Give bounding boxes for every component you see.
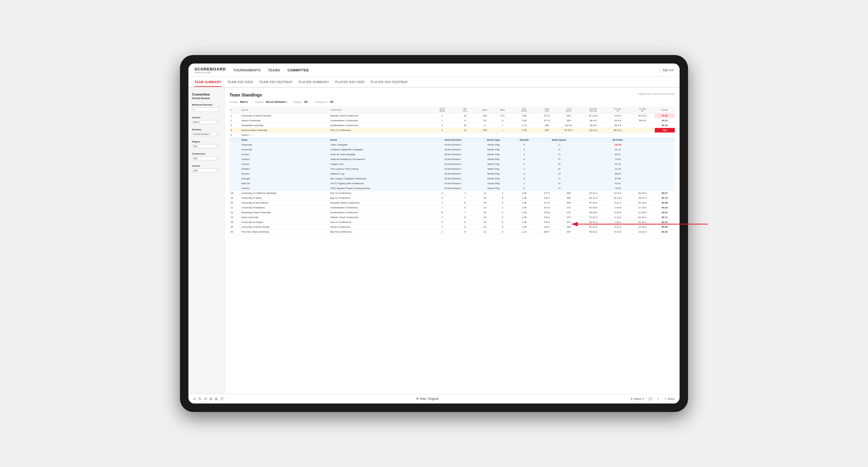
sidebar-region-wrapper[interactable]: N/A ▾ (192, 144, 219, 148)
dropdown-icon: ▾ (642, 398, 644, 401)
table-row: 18 University of California, Berkeley Pa… (229, 191, 675, 196)
sidebar-title: Committee (192, 93, 221, 96)
expanded-row: Univers Copper Cup NCAA Division I Match… (229, 162, 675, 167)
sidebar-label-region: Region (192, 141, 221, 143)
cell-conf: Atlantic Coast Conference (329, 114, 430, 118)
cell-avg: 272.0 (537, 114, 557, 118)
col-wins: Wins (494, 106, 511, 114)
undo-icon[interactable]: ↩ (193, 397, 196, 401)
sidebar-label-school: School (192, 164, 221, 167)
standings-title: Team Standings (229, 93, 262, 97)
filter-gender: Gender: Men's (229, 100, 248, 103)
app-logo: SCOREBOARD (194, 67, 226, 71)
refresh-icon[interactable]: ⟳ (204, 397, 207, 401)
col-bnds: Bnds (476, 106, 494, 114)
subnav-team-h2h-heatmap[interactable]: TEAM H2H HEATMAP (259, 78, 293, 87)
toolbar-right: 👁 Watch ▾ 💬 ⤢ ⇪ Share (630, 398, 675, 401)
cell-vs25: 13-9-0 (606, 114, 630, 118)
cell-points[interactable]: 97.02 (655, 114, 675, 118)
table-row: 21 University of Alabama Southeastern Co… (229, 206, 675, 210)
sidebar-rounds-wrapper (192, 107, 219, 112)
sidebar-label-division: Division (192, 128, 221, 131)
subnav-player-h2h-grid[interactable]: PLAYER H2H GRID (335, 78, 365, 87)
sidebar-rounds-input[interactable] (192, 107, 219, 112)
table-row: 1 University of North Carolina Atlantic … (229, 114, 675, 118)
filters-row: Gender: Men's Division: NCAA Division I … (229, 100, 675, 103)
view-icon: 👁 (416, 397, 419, 401)
view-original-button[interactable]: 👁 View: Original (416, 397, 438, 401)
sidebar-gender-wrapper[interactable]: Men's ▾ (192, 120, 219, 124)
expanded-row: Univers Williams Cup NCAA Division I Str… (229, 172, 675, 176)
table-row: 3 Vanderbilt University Southeastern Con… (229, 123, 675, 128)
share-button[interactable]: ⇪ Share (664, 398, 675, 401)
sidebar-division-select[interactable]: NCAA Division I (192, 132, 219, 136)
expanded-row: East Ter OFCC Fighting Illini Invitation… (229, 181, 675, 186)
subnav-player-h2h-heatmap[interactable]: PLAYER H2H HEATMAP (371, 78, 408, 87)
subnav-team-h2h-grid[interactable]: TEAM H2H GRID (227, 78, 253, 87)
sidebar-section-gender: Gender Men's ▾ (192, 116, 221, 124)
copy-icon[interactable]: ⧉ (210, 397, 212, 401)
cell-vs50: 50-10-0 (630, 114, 654, 118)
subnav-player-summary[interactable]: PLAYER SUMMARY (299, 78, 329, 87)
col-conference: Conference (329, 106, 430, 114)
col-conf-rank: ConfRank (430, 106, 454, 114)
update-info: Update time: 13/03/2024 10:03:42 (638, 93, 675, 95)
cell-tours: 10 (454, 114, 476, 118)
sign-out-button[interactable]: Sign out (662, 68, 674, 72)
sidebar-section-school: School (All) ▾ (192, 164, 221, 173)
sidebar: Committee Portal Review Minimum Rounds G… (188, 88, 225, 394)
cell-conf-rank: 1 (430, 114, 454, 118)
toolbar-left: ↩ ↻ ⟳ ⧉ ⊞ ⏱ (193, 397, 224, 401)
tablet-shell: SCOREBOARD Powered by clippi TOURNAMENTS… (180, 55, 688, 412)
cell-overall: 67-10-0 (581, 114, 606, 118)
subnav-team-summary[interactable]: TEAM SUMMARY (194, 78, 221, 87)
content-area: Committee Portal Review Minimum Rounds G… (188, 88, 680, 394)
table-row: 22 Mississippi State University Southeas… (229, 210, 675, 215)
cell-rank: 1 (229, 114, 241, 118)
sidebar-school-select[interactable]: (All) (192, 168, 219, 173)
expanded-row: Univers National Invitational Tournament… (229, 157, 675, 162)
main-nav: TOURNAMENTS TEAMS COMMITTEE (233, 67, 659, 73)
eye-icon: 👁 (630, 398, 633, 401)
sidebar-section-division: Division NCAA Division I ▾ (192, 128, 221, 136)
expanded-row: Univers Amer An Intercollegiate NCAA Div… (229, 152, 675, 157)
col-low-score: LowScore (557, 106, 581, 114)
panel-header: Team Standings Update time: 13/03/2024 1… (229, 93, 675, 97)
expanded-row: Florida I The Cypress Point Classic NCAA… (229, 167, 675, 172)
feedback-button[interactable]: 💬 (649, 398, 652, 401)
sidebar-conf-wrapper[interactable]: (All) ▾ (192, 156, 219, 160)
redo-icon[interactable]: ↻ (199, 397, 202, 401)
cell-adj: 2.86 (511, 114, 537, 118)
grid-icon[interactable]: ⊞ (215, 397, 218, 401)
col-school: School (241, 106, 329, 114)
sidebar-region-select[interactable]: N/A (192, 144, 219, 148)
col-points: Points (655, 106, 675, 114)
col-rank: # (229, 106, 241, 114)
table-row: 2 Auburn University Southeastern Confere… (229, 118, 675, 123)
watch-button[interactable]: 👁 Watch ▾ (630, 398, 644, 401)
col-vs-top-25: Vs Top25 (606, 106, 630, 114)
sidebar-label-rounds: Minimum Rounds (192, 103, 221, 106)
table-row-highlighted: 4 Arizona State University Pac-12 Confer… (229, 128, 675, 133)
expanded-row: University Cabo Collegiate NCAA Division… (229, 143, 675, 147)
sidebar-subtitle: Portal Review (192, 97, 221, 100)
comment-icon: 💬 (649, 398, 652, 401)
sidebar-gender-select[interactable]: Men's (192, 120, 219, 124)
nav-teams[interactable]: TEAMS (268, 67, 280, 73)
filter-region: Region: All (294, 100, 307, 103)
points-target-cell[interactable]: 79.5 (655, 128, 675, 133)
clock-icon[interactable]: ⏱ (220, 397, 224, 401)
sidebar-school-wrapper[interactable]: (All) ▾ (192, 168, 219, 173)
sidebar-section-rounds: Minimum Rounds (192, 103, 221, 112)
nav-committee[interactable]: COMMITTEE (288, 67, 309, 73)
sidebar-division-wrapper[interactable]: NCAA Division I ▾ (192, 132, 219, 136)
nav-tournaments[interactable]: TOURNAMENTS (233, 67, 261, 73)
filter-conference: Conference: All (315, 100, 333, 103)
col-overall-record: OverallRecord (581, 106, 606, 114)
expand-button[interactable]: ⤢ (657, 398, 659, 401)
arrow-graphic (568, 215, 720, 233)
sidebar-conf-select[interactable]: (All) (192, 156, 219, 160)
table-row: 5 Texas T... (229, 133, 675, 137)
cell-bnds: 262 (476, 114, 494, 118)
sidebar-section-conf: Conference (All) ▾ (192, 152, 221, 160)
